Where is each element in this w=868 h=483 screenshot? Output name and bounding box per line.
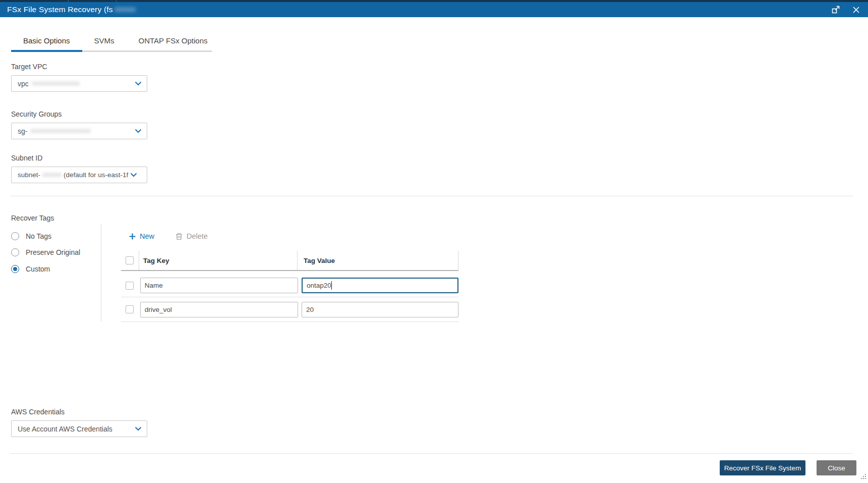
subnet-id-label: Subnet ID <box>11 154 147 162</box>
security-groups-value: sg- <box>18 127 27 135</box>
security-groups-field: Security Groups sg- <box>11 110 147 139</box>
recover-fsx-button[interactable]: Recover FSx File System <box>720 460 805 475</box>
close-icon[interactable] <box>852 6 860 14</box>
aws-credentials-value: Use Account AWS Credentials <box>18 425 112 433</box>
row-checkbox[interactable] <box>126 305 134 313</box>
tab-svms[interactable]: SVMs <box>82 31 127 52</box>
radio-circle-icon <box>11 248 19 256</box>
fsx-recovery-dialog: FSx File System Recovery (fs Basic Optio… <box>0 0 868 483</box>
new-tag-label: New <box>140 232 154 240</box>
radio-preserve-original-label: Preserve Original <box>26 248 80 256</box>
close-button[interactable]: Close <box>817 460 856 475</box>
tag-value-input[interactable] <box>302 278 458 293</box>
dialog-title: FSx File System Recovery (fs <box>7 5 113 14</box>
radio-preserve-original[interactable]: Preserve Original <box>11 248 80 256</box>
expand-icon[interactable] <box>831 5 840 14</box>
security-groups-label: Security Groups <box>11 110 147 118</box>
vertical-divider <box>101 224 101 321</box>
target-vpc-field: Target VPC vpc <box>11 63 147 92</box>
chevron-down-icon <box>135 129 142 133</box>
target-vpc-label: Target VPC <box>11 63 147 71</box>
chevron-down-icon <box>135 81 142 86</box>
radio-custom-label: Custom <box>26 265 50 273</box>
security-groups-select[interactable]: sg- <box>11 123 147 139</box>
select-all-checkbox[interactable] <box>126 256 134 264</box>
subnet-id-field: Subnet ID subnet- (default for us-east-1… <box>11 154 147 183</box>
column-header-tag-value: Tag Value <box>297 251 458 270</box>
radio-selected-icon <box>11 265 19 273</box>
redacted-vpc-id <box>32 81 80 86</box>
delete-tag-button[interactable]: Delete <box>176 232 208 240</box>
tab-ontap-fsx-options[interactable]: ONTAP FSx Options <box>127 31 220 52</box>
aws-credentials-label: AWS Credentials <box>11 408 147 416</box>
radio-no-tags-label: No Tags <box>26 232 51 240</box>
chevron-down-icon <box>135 426 142 431</box>
radio-circle-icon <box>11 232 19 240</box>
table-row <box>121 274 458 297</box>
subnet-id-select[interactable]: subnet- (default for us-east-1f <box>11 167 147 183</box>
tag-toolbar: New Delete <box>129 232 208 240</box>
subnet-id-value: subnet- <box>18 171 40 179</box>
table-row <box>121 297 458 322</box>
tag-table-header: Tag Key Tag Value <box>121 251 458 271</box>
resize-grip[interactable] <box>859 472 866 481</box>
column-header-tag-key: Tag Key <box>139 251 297 270</box>
subnet-id-value-suffix: (default for us-east-1f <box>64 171 128 179</box>
aws-credentials-field: AWS Credentials Use Account AWS Credenti… <box>11 408 147 437</box>
target-vpc-select[interactable]: vpc <box>11 75 147 92</box>
new-tag-button[interactable]: New <box>129 232 154 240</box>
radio-custom[interactable]: Custom <box>11 265 50 273</box>
radio-no-tags[interactable]: No Tags <box>11 232 51 240</box>
redacted-sg-id <box>30 129 91 133</box>
plus-icon <box>129 233 136 240</box>
titlebar-actions <box>831 5 860 14</box>
delete-tag-label: Delete <box>187 232 208 240</box>
tag-key-input[interactable] <box>140 302 298 317</box>
trash-icon <box>176 233 183 240</box>
redacted-subnet-id <box>42 173 62 177</box>
section-divider <box>10 196 853 196</box>
row-checkbox[interactable] <box>126 282 134 290</box>
tab-basic-options[interactable]: Basic Options <box>11 31 82 52</box>
redacted-title-text <box>114 7 136 12</box>
chevron-down-icon <box>130 173 137 177</box>
dialog-titlebar: FSx File System Recovery (fs <box>0 2 868 17</box>
target-vpc-value: vpc <box>18 80 29 88</box>
recover-tags-label: Recover Tags <box>11 214 54 222</box>
tab-bar: Basic Options SVMs ONTAP FSx Options <box>11 31 212 52</box>
aws-credentials-select[interactable]: Use Account AWS Credentials <box>11 420 147 437</box>
text-caret <box>331 281 332 290</box>
tag-value-input[interactable] <box>302 302 458 317</box>
footer-divider <box>10 453 853 454</box>
tag-key-input[interactable] <box>140 278 298 293</box>
